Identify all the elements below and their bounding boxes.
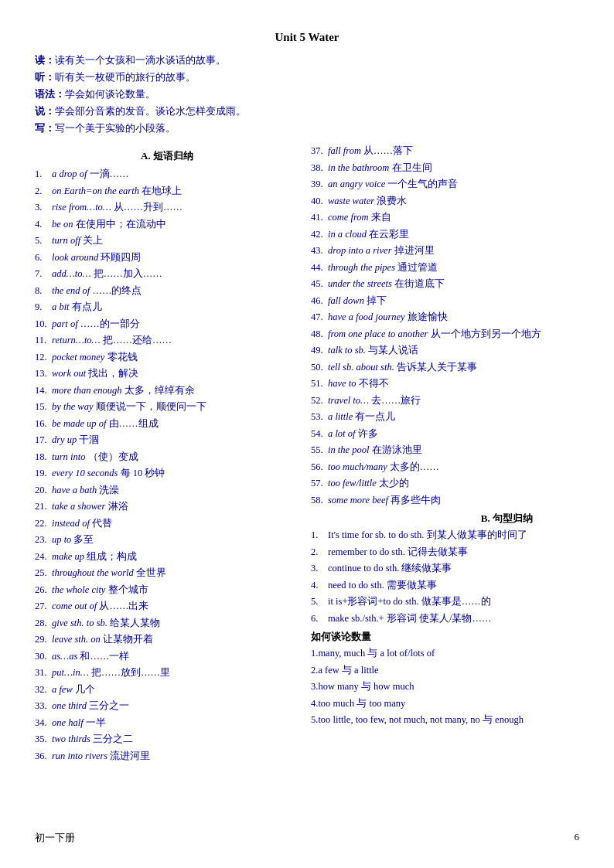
list-item: 20.have a bath 洗澡 [35,482,299,499]
list-item: 48.from one place to another 从一个地方到另一个地方 [311,326,579,343]
list-item: 25.throughout the world 全世界 [35,565,299,582]
list-item: 6.look around 环顾四周 [35,250,299,267]
list-item: 23.up to 多至 [35,532,299,549]
list-item: 2.a few 与 a little [311,662,579,679]
list-item: 18.turn into （使）变成 [35,449,299,466]
left-column: A. 短语归纳 1.a drop of 一滴……2.on Earth=on th… [35,143,307,764]
list-item: 53.a little 有一点儿 [311,409,579,426]
right-vocab-list: 37.fall from 从……落下38.in the bathroom 在卫生… [311,143,579,509]
list-item: 3.how many 与 how much [311,679,579,696]
list-item: 4.be on 在使用中；在流动中 [35,216,299,233]
list-item: 26.the whole city 整个城市 [35,582,299,599]
list-item: 27.come out of 从……出来 [35,598,299,615]
sentence-list: 1.It's time for sb. to do sth. 到某人做某事的时间… [311,527,579,627]
footer: 初一下册 6 [35,831,579,845]
list-item: 24.make up 组成；构成 [35,549,299,566]
list-item: 50.tell sb. about sth. 告诉某人关于某事 [311,359,579,376]
list-item: 46.fall down 掉下 [311,293,579,310]
intro-line: 写：写一个美于实验的小段落。 [35,120,579,137]
list-item: 3.continue to do sth. 继续做某事 [311,560,579,577]
list-item: 22.instead of 代替 [35,516,299,533]
list-item: 35.two thirds 三分之二 [35,731,299,748]
list-item: 36.run into rivers 流进河里 [35,748,299,765]
list-item: 1.It's time for sb. to do sth. 到某人做某事的时间… [311,527,579,544]
list-item: 3.rise from…to… 从……升到…… [35,199,299,216]
footer-left: 初一下册 [35,831,75,845]
left-vocab-list: 1.a drop of 一滴……2.on Earth=on the earth … [35,166,299,764]
list-item: 10.part of ……的一部分 [35,316,299,333]
list-item: 1.a drop of 一滴…… [35,166,299,183]
list-item: 51.have to 不得不 [311,376,579,393]
list-item: 2.remember to do sth. 记得去做某事 [311,544,579,561]
list-item: 39.an angry voice 一个生气的声音 [311,176,579,193]
list-item: 41.come from 来自 [311,209,579,226]
list-item: 52.travel to… 去……旅行 [311,393,579,410]
intro-line: 说：学会部分音素的发音。谈论水怎样变成雨。 [35,103,579,120]
list-item: 45.under the streets 在街道底下 [311,276,579,293]
list-item: 32.a few 几个 [35,682,299,699]
section-c-block: 如何谈论数量 1.many, much 与 a lot of/lots of2.… [311,630,579,729]
list-item: 15.by the way 顺便说一下，顺便问一下 [35,399,299,416]
list-item: 29.leave sth. on 让某物开着 [35,631,299,648]
list-item: 58.some more beef 再多些牛肉 [311,492,579,509]
list-item: 13.work out 找出，解决 [35,366,299,383]
list-item: 19.every 10 seconds 每 10 秒钟 [35,465,299,482]
intro-line: 听：听有关一枚硬币的旅行的故事。 [35,69,579,86]
intro-section: 读：读有关一个女孩和一滴水谈话的故事。听：听有关一枚硬币的旅行的故事。语法：学会… [35,52,579,137]
footer-right: 6 [575,831,580,845]
list-item: 16.be made up of 由……组成 [35,416,299,433]
list-item: 43.drop into a river 掉进河里 [311,243,579,260]
list-item: 6.make sb./sth.+ 形容词 使某人/某物…… [311,611,579,628]
list-item: 37.fall from 从……落下 [311,143,579,160]
section-b-header: B. 句型归纳 [311,512,579,526]
list-item: 14.more than enough 太多，绰绰有余 [35,383,299,400]
list-item: 56.too much/many 太多的…… [311,459,579,476]
list-item: 34.one half 一半 [35,715,299,732]
list-item: 44.through the pipes 通过管道 [311,260,579,277]
section-b: B. 句型归纳 1.It's time for sb. to do sth. 到… [311,512,579,627]
list-item: 31.put…in… 把……放到……里 [35,665,299,682]
list-item: 11.return…to… 把……还给…… [35,332,299,349]
intro-line: 语法：学会如何谈论数量。 [35,86,579,103]
list-item: 12.pocket money 零花钱 [35,349,299,366]
list-item: 5.turn off 关上 [35,233,299,250]
list-item: 8.the end of ……的终点 [35,283,299,300]
list-item: 47.have a food journey 旅途愉快 [311,309,579,326]
intro-line: 读：读有关一个女孩和一滴水谈话的故事。 [35,52,579,69]
section-c-title: 如何谈论数量 [311,630,579,644]
right-column: 37.fall from 从……落下38.in the bathroom 在卫生… [307,143,579,764]
list-item: 1.many, much 与 a lot of/lots of [311,645,579,662]
list-item: 4.need to do sth. 需要做某事 [311,577,579,594]
list-item: 21.take a shower 淋浴 [35,499,299,516]
list-item: 17.dry up 干涸 [35,432,299,449]
grammar-list: 1.many, much 与 a lot of/lots of2.a few 与… [311,645,579,729]
list-item: 38.in the bathroom 在卫生间 [311,160,579,177]
section-a-header: A. 短语归纳 [35,149,299,163]
list-item: 30.as…as 和……一样 [35,648,299,665]
list-item: 5.too little, too few, not much, not man… [311,712,579,729]
list-item: 42.in a cloud 在云彩里 [311,226,579,243]
list-item: 49.talk to sb. 与某人说话 [311,342,579,359]
list-item: 28.give sth. to sb. 给某人某物 [35,615,299,632]
list-item: 33.one third 三分之一 [35,698,299,715]
list-item: 5.it is+形容词+to do sth. 做某事是……的 [311,594,579,611]
list-item: 4.too much 与 too many [311,696,579,713]
list-item: 2.on Earth=on the earth 在地球上 [35,183,299,200]
page-title: Unit 5 Water [35,31,579,44]
list-item: 9.a bit 有点儿 [35,299,299,316]
list-item: 55.in the pool 在游泳池里 [311,442,579,459]
list-item: 40.waste water 浪费水 [311,193,579,210]
list-item: 54.a lot of 许多 [311,426,579,443]
list-item: 7.add…to… 把……加入…… [35,266,299,283]
two-columns: A. 短语归纳 1.a drop of 一滴……2.on Earth=on th… [35,143,579,764]
list-item: 57.too few/little 太少的 [311,475,579,492]
